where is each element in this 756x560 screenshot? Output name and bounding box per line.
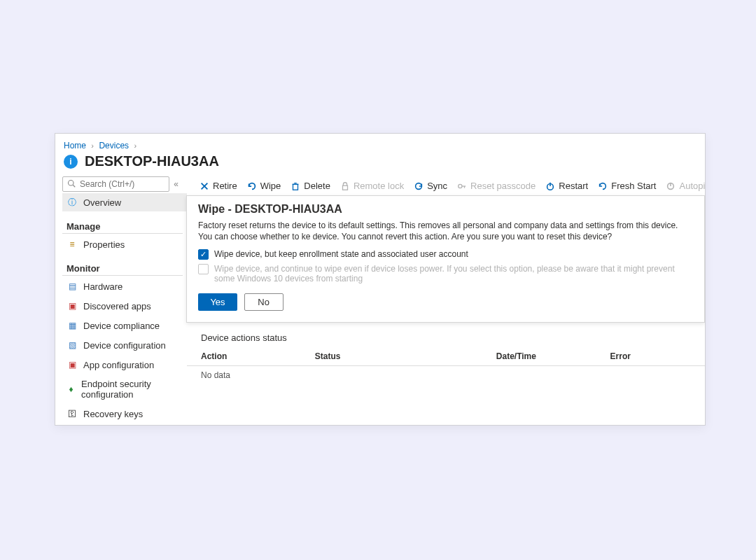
retire-icon bbox=[200, 181, 209, 191]
apps-icon: ▣ bbox=[66, 300, 78, 312]
refresh-icon bbox=[598, 181, 608, 191]
sidebar-item-label: Overview bbox=[83, 197, 121, 208]
svg-line-1 bbox=[73, 185, 75, 187]
device-actions-heading: Device actions status bbox=[187, 323, 705, 347]
sidebar-item-label: Discovered apps bbox=[83, 301, 151, 312]
device-actions-table: Action Status Date/Time Error No data bbox=[187, 347, 705, 384]
sidebar-item-endpoint-security[interactable]: ♦ Endpoint security configuration bbox=[62, 375, 187, 403]
dialog-description: Factory reset returns the device to its … bbox=[198, 220, 693, 242]
sidebar-item-overview[interactable]: ⓘ Overview bbox=[62, 193, 187, 211]
search-input[interactable] bbox=[78, 178, 164, 190]
svg-rect-7 bbox=[342, 186, 347, 190]
command-bar: Retire Wipe Delete Remote lock Sync bbox=[187, 176, 705, 196]
fresh-start-button[interactable]: Fresh Start bbox=[598, 181, 656, 191]
reset-passcode-button: Reset passcode bbox=[457, 181, 536, 191]
autopilot-icon bbox=[666, 181, 676, 191]
sync-icon bbox=[414, 181, 424, 191]
breadcrumb: Home › Devices › bbox=[55, 134, 705, 152]
svg-point-0 bbox=[69, 180, 74, 186]
sidebar-item-label: Device compliance bbox=[83, 321, 160, 331]
sidebar-item-recovery-keys[interactable]: ⚿ Recovery keys bbox=[62, 405, 187, 423]
info-icon: ⓘ bbox=[66, 197, 78, 208]
svg-rect-4 bbox=[293, 184, 298, 190]
sidebar-item-label: Recovery keys bbox=[83, 409, 143, 419]
breadcrumb-devices[interactable]: Devices bbox=[99, 141, 129, 150]
chevron-right-icon: › bbox=[91, 141, 94, 150]
trash-icon bbox=[290, 181, 300, 191]
nodata-cell: No data bbox=[187, 366, 301, 385]
remote-lock-button: Remote lock bbox=[340, 181, 404, 191]
collapse-sidebar-button[interactable]: « bbox=[169, 179, 183, 189]
yes-button[interactable]: Yes bbox=[198, 293, 237, 311]
compliance-icon: ▦ bbox=[66, 320, 78, 331]
key-icon: ⚿ bbox=[66, 408, 78, 419]
sidebar-item-user-experience[interactable]: 👤 User experience bbox=[62, 424, 187, 426]
sidebar-item-hardware[interactable]: ▤ Hardware bbox=[62, 277, 187, 295]
app-config-icon: ▣ bbox=[66, 359, 78, 370]
hardware-icon: ▤ bbox=[66, 281, 78, 292]
sidebar-item-label: Device configuration bbox=[83, 340, 166, 351]
sync-button[interactable]: Sync bbox=[414, 181, 447, 191]
sidebar-group-manage: Manage bbox=[62, 211, 183, 234]
wipe-option-keep-enrollment[interactable]: ✓ Wipe device, but keep enrollment state… bbox=[198, 249, 693, 260]
delete-button[interactable]: Delete bbox=[290, 181, 330, 191]
key-icon bbox=[457, 181, 467, 191]
no-button[interactable]: No bbox=[244, 293, 284, 311]
shield-icon: ♦ bbox=[66, 384, 76, 395]
power-icon bbox=[545, 181, 555, 191]
checkbox-label: Wipe device, but keep enrollment state a… bbox=[214, 249, 468, 259]
dialog-title: Wipe - DESKTOP-HIAU3AA bbox=[198, 203, 693, 216]
sidebar-item-label: Hardware bbox=[83, 281, 122, 292]
sidebar-item-device-compliance[interactable]: ▦ Device compliance bbox=[62, 316, 187, 335]
col-status: Status bbox=[301, 347, 482, 366]
sidebar-item-properties[interactable]: ≡ Properties bbox=[62, 235, 187, 253]
sidebar-item-device-configuration[interactable]: ▧ Device configuration bbox=[62, 336, 187, 354]
info-icon: i bbox=[64, 155, 78, 169]
checkbox-unchecked-icon bbox=[198, 264, 209, 274]
wipe-dialog: Wipe - DESKTOP-HIAU3AA Factory reset ret… bbox=[186, 195, 705, 323]
table-row: No data bbox=[187, 366, 705, 385]
col-datetime: Date/Time bbox=[482, 347, 596, 366]
sidebar-item-discovered-apps[interactable]: ▣ Discovered apps bbox=[62, 297, 187, 315]
sidebar-item-app-configuration[interactable]: ▣ App configuration bbox=[62, 356, 187, 374]
config-icon: ▧ bbox=[66, 340, 78, 351]
sidebar-item-label: Properties bbox=[83, 239, 125, 250]
sidebar-search[interactable] bbox=[62, 176, 169, 192]
search-icon bbox=[67, 179, 76, 190]
wipe-option-continue-power-loss: Wipe device, and continue to wipe even i… bbox=[198, 264, 693, 284]
col-error: Error bbox=[596, 347, 705, 366]
col-action: Action bbox=[187, 347, 301, 366]
chevron-right-icon: › bbox=[134, 141, 136, 150]
properties-icon: ≡ bbox=[66, 239, 78, 250]
breadcrumb-home[interactable]: Home bbox=[64, 141, 86, 150]
checkbox-checked-icon[interactable]: ✓ bbox=[198, 249, 209, 260]
lock-icon bbox=[340, 181, 350, 191]
svg-point-8 bbox=[458, 184, 462, 188]
checkbox-label: Wipe device, and continue to wipe even i… bbox=[214, 264, 693, 284]
wipe-button[interactable]: Wipe bbox=[247, 181, 281, 191]
sidebar-item-label: App configuration bbox=[83, 360, 154, 370]
sidebar-group-monitor: Monitor bbox=[62, 253, 183, 276]
autopilot-reset-button: Autopilot Reset bbox=[666, 181, 706, 191]
restart-button[interactable]: Restart bbox=[545, 181, 588, 191]
sidebar-item-label: Endpoint security configuration bbox=[81, 379, 183, 400]
page-title: DESKTOP-HIAU3AA bbox=[85, 153, 219, 169]
retire-button[interactable]: Retire bbox=[200, 181, 237, 191]
wipe-icon bbox=[247, 181, 257, 191]
